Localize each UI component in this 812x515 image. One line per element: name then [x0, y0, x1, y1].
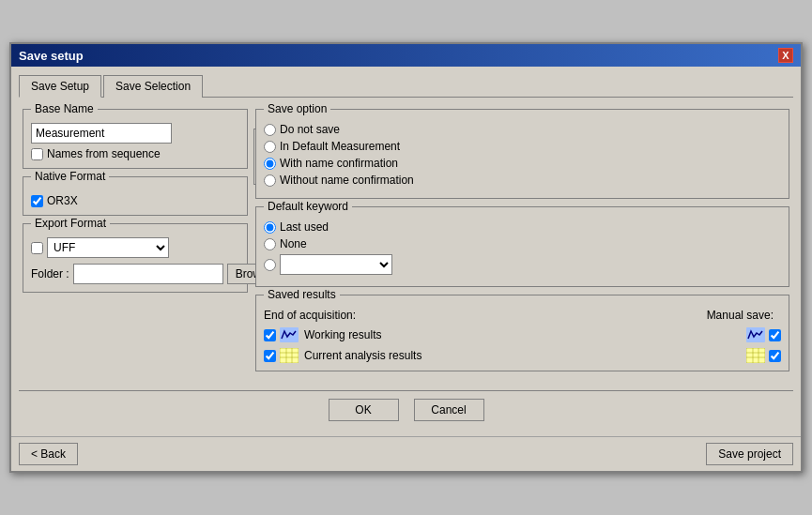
current-analysis-label: Current analysis results — [304, 349, 746, 362]
last-used-label: Last used — [280, 220, 329, 234]
main-area: Base Name Names from sequence Native For… — [19, 105, 793, 383]
working-results-row: Working results — [264, 327, 781, 342]
custom-row: Option1 Option2 — [264, 254, 781, 275]
folder-row: Folder : Browse — [31, 264, 239, 284]
names-from-sequence-label: Names from sequence — [47, 147, 161, 160]
svg-rect-7 — [746, 348, 765, 363]
tab-save-selection[interactable]: Save Selection — [103, 75, 203, 98]
in-default-row: In Default Measurement — [264, 140, 781, 153]
none-label: None — [280, 237, 307, 250]
working-results-label: Working results — [304, 328, 746, 341]
manual-save-label: Manual save: — [707, 309, 774, 322]
none-radio[interactable] — [264, 238, 276, 250]
right-panel: Auto-increment Number Date Save option — [255, 109, 789, 379]
working-results-end-checkbox[interactable] — [264, 329, 276, 341]
without-name-label: Without name confirmation — [280, 174, 414, 187]
export-format-group: Export Format UFF CSV ASCII Folder : Bro… — [23, 223, 248, 293]
left-panel: Base Name Names from sequence Native For… — [23, 109, 248, 379]
folder-input[interactable] — [73, 264, 223, 284]
native-format-group: Native Format OR3X — [23, 176, 248, 216]
with-name-radio[interactable] — [264, 158, 276, 170]
end-of-acquisition-label: End of acquisition: — [264, 309, 707, 322]
current-analysis-end-checkbox[interactable] — [264, 350, 276, 362]
table-icon-2 — [746, 348, 765, 363]
back-button[interactable]: < Back — [19, 443, 78, 465]
export-format-row: UFF CSV ASCII — [31, 237, 239, 258]
or3x-label: OR3X — [47, 194, 78, 207]
custom-keyword-select[interactable]: Option1 Option2 — [280, 254, 392, 275]
base-name-input[interactable] — [31, 123, 172, 144]
do-not-save-radio[interactable] — [264, 124, 276, 136]
do-not-save-label: Do not save — [280, 123, 340, 136]
ok-button[interactable]: OK — [329, 399, 399, 421]
export-format-select[interactable]: UFF CSV ASCII — [47, 237, 169, 258]
dialog-window: Save setup X Save Setup Save Selection B… — [9, 42, 803, 473]
cancel-button[interactable]: Cancel — [414, 399, 484, 421]
current-analysis-manual-checkbox[interactable] — [769, 350, 781, 362]
native-format-title: Native Format — [31, 170, 109, 183]
with-name-row: With name confirmation — [264, 157, 781, 170]
close-button[interactable]: X — [778, 48, 793, 63]
folder-label: Folder : — [31, 267, 69, 280]
default-keyword-title: Default keyword — [264, 200, 352, 213]
custom-radio[interactable] — [264, 259, 276, 271]
dialog-title: Save setup — [19, 49, 84, 63]
base-name-title: Base Name — [31, 102, 98, 115]
without-name-radio[interactable] — [264, 174, 276, 187]
svg-rect-2 — [280, 348, 299, 363]
do-not-save-row: Do not save — [264, 123, 781, 136]
dialog-buttons: OK Cancel — [19, 390, 793, 429]
last-used-radio[interactable] — [264, 221, 276, 234]
none-row: None — [264, 237, 781, 250]
with-name-label: With name confirmation — [280, 157, 398, 170]
or3x-checkbox[interactable] — [31, 195, 43, 207]
tab-bar: Save Setup Save Selection — [19, 74, 793, 98]
working-results-manual-checkbox[interactable] — [769, 329, 781, 341]
dialog-content: Save Setup Save Selection Base Name Name… — [11, 67, 801, 436]
save-project-button[interactable]: Save project — [706, 443, 793, 465]
default-keyword-group: Default keyword Last used None Option1 — [255, 206, 789, 287]
base-name-group: Base Name Names from sequence — [23, 109, 248, 169]
current-analysis-row: Current analysis results — [264, 348, 781, 363]
save-option-group: Save option Do not save In Default Measu… — [255, 109, 789, 199]
saved-results-group: Saved results End of acquisition: Manual… — [255, 295, 789, 371]
table-icon-1 — [280, 348, 299, 363]
or3x-row: OR3X — [31, 194, 239, 207]
in-default-label: In Default Measurement — [280, 140, 400, 153]
names-from-sequence-checkbox[interactable] — [31, 148, 43, 160]
tab-save-setup[interactable]: Save Setup — [19, 75, 101, 98]
saved-results-title: Saved results — [264, 288, 340, 301]
save-option-title: Save option — [264, 102, 330, 115]
without-name-row: Without name confirmation — [264, 174, 781, 187]
title-bar: Save setup X — [11, 44, 801, 67]
last-used-row: Last used — [264, 220, 781, 234]
waveform-icon-1 — [280, 327, 299, 342]
footer: < Back Save project — [11, 436, 801, 471]
waveform-icon-2 — [746, 327, 765, 342]
in-default-radio[interactable] — [264, 141, 276, 153]
names-from-sequence-row: Names from sequence — [31, 147, 239, 160]
export-format-checkbox[interactable] — [31, 242, 43, 254]
export-format-title: Export Format — [31, 217, 110, 230]
